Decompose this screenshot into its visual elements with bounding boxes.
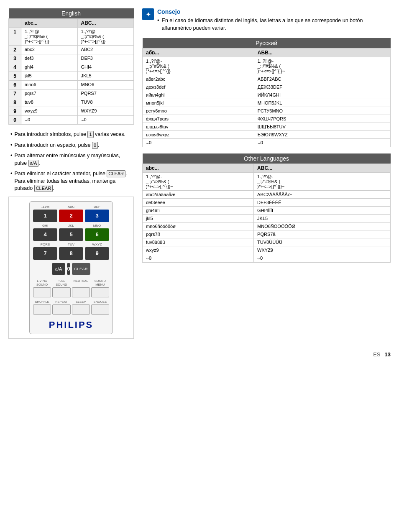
row-abc: шщъы8tuv xyxy=(143,123,254,131)
table-row: 9wxyz9WXYZ9 xyxy=(9,107,134,116)
remote-btn-8[interactable]: 8 xyxy=(59,247,83,260)
remote-btn-5[interactable]: 5 xyxy=(59,228,83,241)
remote-btn-2[interactable]: 2 xyxy=(59,210,83,222)
row-key: 8 xyxy=(9,98,21,107)
remote-mid-labels: GHI JKL MNO xyxy=(33,224,109,228)
row-ABC: ДЕЖ33DEF xyxy=(254,83,390,91)
row-ABC: ABC2 xyxy=(77,46,134,54)
row-abc: ьэюя9wxyz xyxy=(143,131,254,139)
row-ABC: 1.,?!'@- _:;/"#$%& ( )*+<=>[]^`{|}~ xyxy=(254,173,391,191)
consejo-section: ✦ Consejo • En el caso de idiomas distin… xyxy=(142,8,391,32)
table-row: ьэюя9wxyzЬЭЮЯ9WXYZ xyxy=(143,131,391,139)
row-abc: abc2 xyxy=(21,46,78,54)
english-table-title: English xyxy=(9,8,134,19)
remote-btn-7[interactable]: 7 xyxy=(33,247,57,260)
row-abc: ghi4ìíîï xyxy=(143,207,254,215)
row-abc: ⌣0 xyxy=(143,139,254,147)
remote-btn-neutral[interactable] xyxy=(72,287,90,297)
row-abc: ийкл4ghi xyxy=(143,91,254,99)
table-row: wxyz9WXYZ9 xyxy=(143,246,391,254)
row-ABC: MNO6 xyxy=(77,81,134,90)
remote-btn-living-sound[interactable] xyxy=(33,287,51,297)
remote-bot-labels: PQRS TUV WXYZ xyxy=(33,243,109,246)
consejo-icon: ✦ xyxy=(142,8,154,20)
label-9: WXYZ xyxy=(85,243,109,246)
label-sound-menu: SOUND MENU xyxy=(91,279,109,286)
lang-label: ES xyxy=(373,351,380,358)
remote-btn-sleep[interactable] xyxy=(72,304,90,315)
table-row: 1.,?!'@- _:;/"#$%& ( )*+<=>[]^`{|}1.,?!'… xyxy=(143,57,391,75)
remote-row-2: 4 5 6 xyxy=(33,228,109,241)
table-row: 11.,?!'@- _:;/"#$%& ( )*+<=>[]^`{|}1.,?!… xyxy=(9,28,134,46)
btn-1: 1 xyxy=(87,131,93,138)
row-abc: ghi4 xyxy=(21,63,78,72)
consejo-title: Consejo xyxy=(157,8,391,15)
row-abc: wxyz9 xyxy=(143,246,254,254)
remote-control-area: ..11% ABC DEF 1 2 3 GHI JKL MNO xyxy=(8,197,134,339)
table-row: 2abc2ABC2 xyxy=(9,46,134,54)
row-ABC: TUV8ÙÚÛÜ xyxy=(254,238,391,246)
remote-btn-snooze[interactable] xyxy=(91,304,109,315)
row-abc: рсту6mno xyxy=(143,107,254,115)
row-ABC: ЬЭЮЯ9WXYZ xyxy=(254,131,390,139)
row-key: 4 xyxy=(9,63,21,72)
row-ABC: GHI4 xyxy=(77,63,134,72)
row-abc: def3 xyxy=(21,54,78,63)
table-row: ghi4ìíîïGHI4ÌÍÎÏ xyxy=(143,207,391,215)
main-layout: English abc... ABC... 11.,?!'@- _:;/"#$%… xyxy=(8,8,391,339)
remote-btn-9[interactable]: 9 xyxy=(85,247,109,260)
table-row: 1.,?!'@- _:;/"#$%& ( )*+<=>[]^`{|}~1.,?!… xyxy=(143,173,391,191)
right-column: ✦ Consejo • En el caso de idiomas distin… xyxy=(142,8,391,339)
russian-col1-header: абв... xyxy=(143,49,254,57)
remote-control: ..11% ABC DEF 1 2 3 GHI JKL MNO xyxy=(29,201,113,334)
remote-btn-full-sound[interactable] xyxy=(52,287,70,297)
row-ABC: GHI4ÌÍÎÏ xyxy=(254,207,391,215)
label-4: GHI xyxy=(33,224,57,228)
label-living-sound: LIVING SOUND xyxy=(33,279,51,286)
row-ABC: ИЙКЛ4GHI xyxy=(254,91,390,99)
english-col1-header: abc... xyxy=(21,19,78,28)
row-ABC: 1.,?!'@- _:;/"#$%& ( )*+<=>[]^`{|}~ xyxy=(254,57,390,75)
table-row: 3def3DEF3 xyxy=(9,54,134,63)
remote-btn-3[interactable]: 3 xyxy=(85,210,109,222)
table-row: tuv8ùúûüTUV8ÙÚÛÜ xyxy=(143,238,391,246)
row-key: 3 xyxy=(9,54,21,63)
label-3: DEF xyxy=(85,205,109,209)
row-key: 5 xyxy=(9,72,21,81)
btn-clear-1: CLEAR xyxy=(107,170,125,177)
row-abc: дежз3def xyxy=(143,83,254,91)
table-row: 4ghi4GHI4 xyxy=(9,63,134,72)
row-abc: mno6ñòóôõöø xyxy=(143,223,254,230)
row-abc: фхцч7pqrs xyxy=(143,115,254,123)
russian-table-title: Русский xyxy=(143,38,391,49)
remote-btn-shuffle[interactable] xyxy=(33,304,51,315)
remote-btn-clear[interactable]: CLEAR xyxy=(72,263,91,275)
remote-btn-0[interactable]: 0 xyxy=(67,263,70,275)
remote-btn-1[interactable]: 1 xyxy=(33,210,57,222)
remote-btn-repeat[interactable] xyxy=(52,304,70,315)
row-abc: abc2àáâãäåæ xyxy=(143,191,254,199)
table-row: ийкл4ghiИЙКЛ4GHI xyxy=(143,91,391,99)
table-row: рсту6mnoРСТУ6MNO xyxy=(143,107,391,115)
table-row: абвг2abcАБВГ2ABC xyxy=(143,75,391,83)
row-ABC: АБВГ2ABC xyxy=(254,75,390,83)
row-abc: tuv8 xyxy=(21,98,78,107)
page-footer: ES 13 xyxy=(8,347,391,358)
remote-btn-aa[interactable]: a/A xyxy=(52,263,66,275)
table-row: jkl5JKL5 xyxy=(143,215,391,223)
row-ABC: MNO6ÑÒÓÔÕÖØ xyxy=(254,223,391,230)
remote-btn-sound-menu[interactable] xyxy=(91,287,109,297)
remote-btn-6[interactable]: 6 xyxy=(85,228,109,241)
row-ABC: ⌣0 xyxy=(254,139,390,147)
row-ABC: DEF3 xyxy=(77,54,134,63)
remote-btn-4[interactable]: 4 xyxy=(33,228,57,241)
row-abc: jkl5 xyxy=(143,215,254,223)
row-ABC: TUV8 xyxy=(77,98,134,107)
other-col1-header: abc... xyxy=(143,164,254,173)
table-row: шщъы8tuvШЩЪЫ8TUV xyxy=(143,123,391,131)
label-neutral: NEUTRAL xyxy=(72,279,90,286)
other-languages-table: Other Languages abc... ABC... 1.,?!'@- _… xyxy=(142,153,391,263)
consejo-text: En el caso de idiomas distintos del ingl… xyxy=(162,17,391,32)
row-ABC: PQRS7 xyxy=(77,90,134,98)
label-shuffle: SHUFFLE xyxy=(33,300,51,304)
